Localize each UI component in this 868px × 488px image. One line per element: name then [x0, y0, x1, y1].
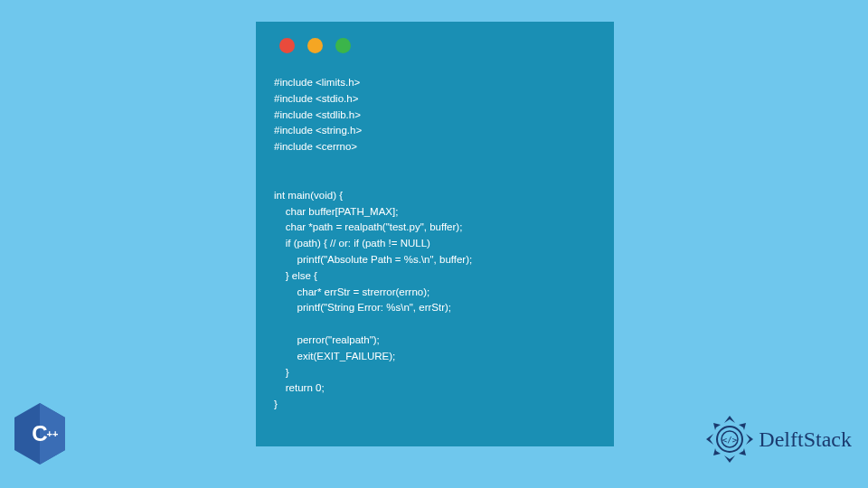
- close-icon: [279, 38, 295, 53]
- minimize-icon: [307, 38, 323, 53]
- svg-marker-5: [724, 455, 735, 463]
- cpp-badge-icon: C ++: [11, 401, 69, 466]
- code-window: #include <limits.h> #include <stdio.h> #…: [256, 22, 614, 446]
- svg-text:++: ++: [47, 428, 59, 439]
- svg-marker-9: [739, 423, 746, 430]
- svg-marker-8: [713, 423, 721, 430]
- delftstack-text: DelftStack: [759, 427, 852, 452]
- svg-text:C: C: [32, 421, 47, 446]
- svg-marker-6: [706, 434, 713, 445]
- delftstack-seal-icon: </>: [704, 414, 755, 465]
- code-block: #include <limits.h> #include <stdio.h> #…: [274, 75, 596, 413]
- svg-marker-7: [746, 434, 753, 445]
- svg-marker-10: [713, 448, 721, 455]
- delftstack-logo: </> DelftStack: [704, 414, 852, 465]
- window-traffic-lights: [279, 38, 596, 53]
- svg-marker-11: [739, 448, 746, 455]
- svg-marker-4: [724, 416, 735, 423]
- svg-text:</>: </>: [722, 436, 738, 445]
- maximize-icon: [335, 38, 351, 53]
